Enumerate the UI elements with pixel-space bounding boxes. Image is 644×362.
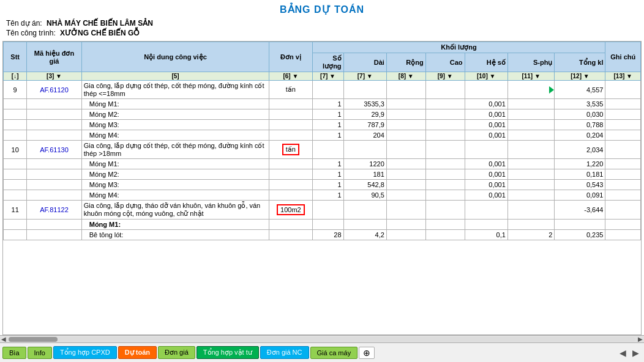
green-indicator: [549, 86, 554, 94]
cell-donvi: [269, 190, 312, 201]
cell-soluong: 1: [312, 99, 343, 109]
tab-add-button[interactable]: ⊕: [359, 347, 375, 359]
cell-heso: 0,001: [465, 159, 507, 169]
th-khoi-luong: Khối lượng: [312, 42, 605, 53]
cell-mahieu: [27, 99, 81, 109]
cell-donvi: [269, 99, 312, 109]
tab-scroll-left[interactable]: ◀: [617, 347, 629, 359]
filter-noidung[interactable]: [5]: [81, 72, 269, 81]
cell-dai: 90,5: [343, 190, 386, 201]
cell-dai: 787,9: [343, 120, 386, 130]
table-row[interactable]: 10 AF.61130 Gia công, lắp dựng cốt thép,…: [4, 141, 641, 159]
filter-dai[interactable]: [7] ▼: [343, 72, 386, 81]
table-row[interactable]: 11 AF.81122 Gia công, lắp dựng, tháo dỡ …: [4, 201, 641, 220]
cell-rong: [386, 190, 425, 201]
cell-heso: 0,001: [465, 120, 507, 130]
tab-don-gia-nc[interactable]: Đơn giá NC: [260, 346, 309, 359]
cell-heso: [465, 141, 507, 159]
scrollbar-thumb[interactable]: [9, 337, 58, 342]
cell-rong: [386, 230, 425, 240]
cell-soluong: 1: [312, 180, 343, 190]
cell-donvi: [269, 109, 312, 120]
cell-soluong: 28: [312, 230, 343, 240]
scroll-right-btn[interactable]: ▶: [638, 336, 643, 342]
tab-scroll-right[interactable]: ▶: [630, 347, 642, 359]
header-area: BẢNG DỰ TOÁN Tên dự án: NHÀ MÁY CHẾ BIẾN…: [0, 0, 644, 41]
filter-rong[interactable]: [8] ▼: [386, 72, 425, 81]
filter-ghi-chu[interactable]: [13] ▼: [605, 72, 641, 81]
cell-heso: 0,001: [465, 169, 507, 180]
cell-stt: 9: [4, 81, 27, 99]
scrollbar-track[interactable]: [9, 337, 635, 342]
cell-stt: 10: [4, 141, 27, 159]
cell-noidung: Bê tông lót:: [81, 230, 269, 240]
table-row[interactable]: Móng M1:: [4, 220, 641, 230]
cell-ghichu: [605, 230, 641, 240]
main-table-container: Stt Mã hiệu đơn giá Nội dung công việc Đ…: [2, 41, 642, 335]
cell-donvi: 100m2: [269, 201, 312, 220]
cell-cao: [425, 201, 465, 220]
cell-cao: [425, 81, 465, 99]
tab-gia-ca-may[interactable]: Giá ca máy: [310, 347, 358, 359]
cell-cao: [425, 141, 465, 159]
tab-du-toan[interactable]: Dự toán: [118, 346, 157, 359]
filter-mahieu[interactable]: [3] ▼: [27, 72, 81, 81]
tab-bia[interactable]: Bìa: [2, 347, 26, 359]
filter-stt[interactable]: [↓]: [4, 72, 27, 81]
scroll-left-btn[interactable]: ◀: [1, 336, 6, 342]
cell-ghichu: [605, 159, 641, 169]
cell-soluong: 1: [312, 109, 343, 120]
donvi-boxed-2: 100m2: [277, 204, 305, 215]
cell-tongkl: 3,535: [555, 99, 605, 109]
filter-donvi[interactable]: [6] ▼: [269, 72, 312, 81]
cell-heso: 0,001: [465, 180, 507, 190]
cell-heso: 0,001: [465, 99, 507, 109]
table-row[interactable]: Bê tông lót: 28 4,2 0,1 2 0,235: [4, 230, 641, 240]
cell-dai: 181: [343, 169, 386, 180]
table-row[interactable]: Móng M3: 1 787,9 0,001 0,788: [4, 120, 641, 130]
cell-dai: 1220: [343, 159, 386, 169]
cell-tongkl: 2,034: [555, 141, 605, 159]
table-row[interactable]: Móng M1: 1 3535,3 0,001 3,535: [4, 99, 641, 109]
cell-noidung: Móng M1:: [81, 220, 269, 230]
horizontal-scrollbar[interactable]: ◀ ▶: [0, 335, 644, 342]
cell-cao: [425, 169, 465, 180]
header-row-1: Stt Mã hiệu đơn giá Nội dung công việc Đ…: [4, 42, 641, 53]
filter-tong-kl[interactable]: [12] ▼: [555, 72, 605, 81]
table-row[interactable]: Móng M2: 1 29,9 0,001 0,030: [4, 109, 641, 120]
filter-cao[interactable]: [9] ▼: [425, 72, 465, 81]
page-title: BẢNG DỰ TOÁN: [6, 4, 638, 15]
cell-heso: [465, 81, 507, 99]
table-row[interactable]: Móng M1: 1 1220 0,001 1,220: [4, 159, 641, 169]
tab-don-gia[interactable]: Đơn giá: [158, 346, 195, 359]
tab-tonghop-cpxd[interactable]: Tổng hợp CPXD: [53, 346, 117, 359]
filter-he-so[interactable]: [10] ▼: [465, 72, 507, 81]
tab-info[interactable]: Info: [28, 347, 52, 359]
filter-row[interactable]: [↓] [3] ▼ [5] [6] ▼ [7] ▼ [7]: [4, 72, 641, 81]
ten-cong-trinh: XƯỞNG CHẾ BIẾN GỖ: [60, 29, 139, 37]
cell-cao: [425, 230, 465, 240]
cell-heso: 0,1: [465, 230, 507, 240]
cell-sphu: [507, 220, 555, 230]
filter-so-luong[interactable]: [7] ▼: [312, 72, 343, 81]
cell-noidung: Móng M3:: [81, 180, 269, 190]
cell-tongkl: 0,204: [555, 130, 605, 141]
cell-mahieu: [27, 220, 81, 230]
table-row[interactable]: Móng M3: 1 542,8 0,001 0,543: [4, 180, 641, 190]
table-row[interactable]: Móng M4: 1 204 0,001 0,204: [4, 130, 641, 141]
cell-tongkl: [555, 220, 605, 230]
table-row[interactable]: 9 AF.61120 Gia công, lắp dựng cốt thép, …: [4, 81, 641, 99]
cell-dai: [343, 81, 386, 99]
cell-heso: 0,001: [465, 130, 507, 141]
table-row[interactable]: Móng M4: 1 90,5 0,001 0,091: [4, 190, 641, 201]
cell-stt: [4, 169, 27, 180]
table-row[interactable]: Móng M2: 1 181 0,001 0,181: [4, 169, 641, 180]
cell-tongkl: 0,181: [555, 169, 605, 180]
cell-noidung: Móng M4:: [81, 130, 269, 141]
app-container: BẢNG DỰ TOÁN Tên dự án: NHÀ MÁY CHẾ BIẾN…: [0, 0, 644, 362]
cell-rong: [386, 109, 425, 120]
filter-s-phu[interactable]: [11] ▼: [507, 72, 555, 81]
tab-tong-hop-vat-tu[interactable]: Tổng hợp vật tư: [197, 346, 259, 359]
tab-scroll-controls: ◀ ▶: [617, 347, 642, 359]
ten-du-an: NHÀ MÁY CHẾ BIẾN LÂM SẢN: [47, 19, 153, 28]
